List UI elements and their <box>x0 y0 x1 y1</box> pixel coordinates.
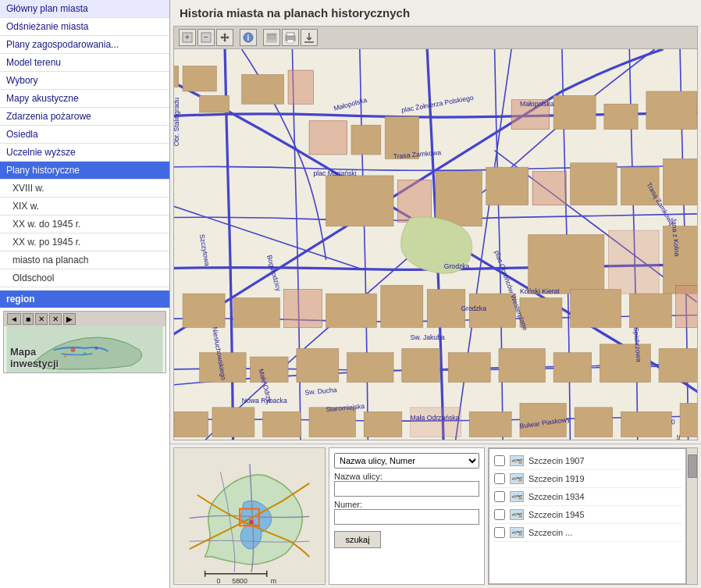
layer-label-szczecin-1907: Szczecin 1907 <box>528 456 585 465</box>
layers-panel: Szczecin 1907Szczecin 1919Szczecin 1934S… <box>489 448 686 584</box>
svg-point-2 <box>84 352 87 355</box>
svg-rect-16 <box>287 40 294 43</box>
sidebar-item-glowny-plan[interactable]: Główny plan miasta <box>0 0 169 18</box>
layer-thumb-szczecin-1919 <box>510 473 524 484</box>
sidebar-item-model-terenu[interactable]: Model terenu <box>0 54 169 72</box>
svg-rect-42 <box>233 298 279 327</box>
sidebar-item-xix-w[interactable]: XIX w. <box>0 198 169 216</box>
svg-rect-59 <box>553 353 592 383</box>
street-number-input[interactable] <box>334 509 479 525</box>
map-export-button[interactable] <box>301 29 318 46</box>
tb-prev[interactable]: ◄ <box>7 313 21 325</box>
sidebar-item-xviii-w[interactable]: XVIII w. <box>0 180 169 198</box>
layer-item-szczecin-1907: Szczecin 1907 <box>493 452 682 470</box>
map-container: + − i <box>173 26 698 440</box>
svg-text:m: m <box>271 577 276 584</box>
map-zoom-out-button[interactable]: − <box>197 29 215 46</box>
sidebar-item-oldschool[interactable]: Oldschool <box>0 269 169 287</box>
layer-checkbox-szczecin-1907[interactable] <box>494 455 505 466</box>
map-pan-button[interactable] <box>216 29 233 46</box>
svg-text:Grodzka: Grodzka <box>461 305 486 312</box>
svg-rect-30 <box>553 95 596 129</box>
sidebar-item-xx-po-1945[interactable]: XX w. po 1945 r. <box>0 233 169 251</box>
historical-map[interactable]: Małopolska Małopolska plac Żołnierza Pol… <box>174 49 697 440</box>
bottom-panel: 0 5800 m Nazwa ulicy, Numer Nazwa ulicy … <box>170 444 701 588</box>
sidebar-item-xx-do-1945[interactable]: XX w. do 1945 r. <box>0 216 169 233</box>
svg-rect-49 <box>571 290 621 328</box>
sidebar-item-wybory[interactable]: Wybory <box>0 72 169 90</box>
tb-next[interactable]: ▶ <box>63 313 76 325</box>
svg-rect-22 <box>288 70 313 104</box>
svg-rect-19 <box>174 66 179 87</box>
svg-rect-72 <box>680 403 697 437</box>
svg-rect-67 <box>411 408 461 437</box>
mapa-inwestycji-widget[interactable]: ◄ ■ ✕ ✕ ▶ Mapainwestycji <box>3 311 166 373</box>
tb-close1[interactable]: ✕ <box>35 313 48 325</box>
svg-rect-31 <box>604 104 638 129</box>
layer-checkbox-szczecin-1919[interactable] <box>494 473 505 484</box>
search-button[interactable]: szukaj <box>334 531 381 548</box>
svg-rect-64 <box>263 412 301 437</box>
mini-map-svg: 0 5800 m <box>174 448 325 584</box>
map-info-button[interactable]: i <box>240 29 257 46</box>
sidebar-item-zdarzenia-pozarowe[interactable]: Zdarzenia pożarowe <box>0 108 169 126</box>
svg-rect-61 <box>659 348 697 382</box>
svg-text:−: − <box>204 33 208 41</box>
layers-scrollbar[interactable] <box>686 448 697 584</box>
sidebar-item-plany-historyczne[interactable]: Plany historyczne <box>0 162 169 180</box>
svg-text:5800: 5800 <box>232 577 247 584</box>
region-bar: region <box>0 290 169 308</box>
svg-text:Koński Kierat: Koński Kierat <box>520 287 560 295</box>
sidebar-item-plany-zagospodarowania[interactable]: Plany zagospodarowania... <box>0 36 169 54</box>
sidebar-item-mapy-akustyczne[interactable]: Mapy akustyczne <box>0 90 169 108</box>
svg-rect-13 <box>267 40 276 42</box>
svg-rect-125 <box>514 531 517 534</box>
sidebar-nav: Główny plan miastaOdśnieżanie miastaPlan… <box>0 0 169 287</box>
scroll-thumb[interactable] <box>688 454 697 478</box>
svg-rect-123 <box>518 515 522 518</box>
svg-rect-39 <box>608 230 659 294</box>
layer-label-szczecin-1945: Szczecin 1945 <box>528 510 585 519</box>
svg-rect-45 <box>381 285 423 327</box>
svg-rect-54 <box>297 348 339 382</box>
sidebar-item-odsniezanie[interactable]: Odśnieżanie miasta <box>0 18 169 36</box>
street-name-input[interactable] <box>334 481 479 497</box>
layer-checkbox-szczecin-extra[interactable] <box>494 527 505 538</box>
layer-label-szczecin-1919: Szczecin 1919 <box>528 474 585 483</box>
street-number-label: Numer: <box>334 500 479 509</box>
svg-rect-120 <box>518 497 522 500</box>
svg-rect-116 <box>514 477 517 480</box>
sidebar-item-miasto-na-planach[interactable]: miasto na planach <box>0 251 169 269</box>
map-print-button[interactable] <box>282 29 299 46</box>
svg-text:plac Mariański: plac Mariański <box>313 169 356 177</box>
map-layers-button[interactable] <box>263 29 280 46</box>
svg-rect-56 <box>402 348 440 382</box>
svg-text:Małopolska: Małopolska <box>520 100 554 108</box>
layer-checkbox-szczecin-1945[interactable] <box>494 509 505 520</box>
overview-map[interactable]: 0 5800 m <box>173 447 326 585</box>
search-panel: Nazwa ulicy, Numer Nazwa ulicy Numer Naz… <box>329 447 485 585</box>
sidebar-item-osiedla[interactable]: Osiedla <box>0 126 169 144</box>
svg-rect-12 <box>267 37 276 39</box>
tb-stop[interactable]: ■ <box>23 313 34 325</box>
svg-rect-68 <box>469 412 511 437</box>
sidebar-item-uczelnie-wyzsze[interactable]: Uczelnie wyższe <box>0 144 169 162</box>
svg-text:Sw. Jakuba: Sw. Jakuba <box>411 333 445 341</box>
search-type-select[interactable]: Nazwa ulicy, Numer Nazwa ulicy Numer <box>334 453 479 469</box>
layer-thumb-szczecin-1945 <box>510 509 524 520</box>
svg-rect-63 <box>212 408 254 437</box>
svg-rect-38 <box>528 235 604 294</box>
svg-rect-126 <box>518 533 522 536</box>
svg-rect-44 <box>326 294 377 327</box>
svg-rect-119 <box>514 495 517 498</box>
svg-rect-18 <box>183 66 216 91</box>
svg-text:Grodzka: Grodzka <box>444 262 470 270</box>
map-zoom-in-button[interactable]: + <box>179 29 196 46</box>
layer-checkbox-szczecin-1934[interactable] <box>494 491 505 502</box>
tb-close2[interactable]: ✕ <box>49 313 62 325</box>
layer-label-szczecin-1934: Szczecin 1934 <box>528 492 585 501</box>
svg-text:i: i <box>247 34 250 42</box>
page-title: Historia miasta na planach historycznych <box>170 0 701 26</box>
svg-rect-28 <box>436 172 482 226</box>
svg-rect-37 <box>663 159 697 205</box>
